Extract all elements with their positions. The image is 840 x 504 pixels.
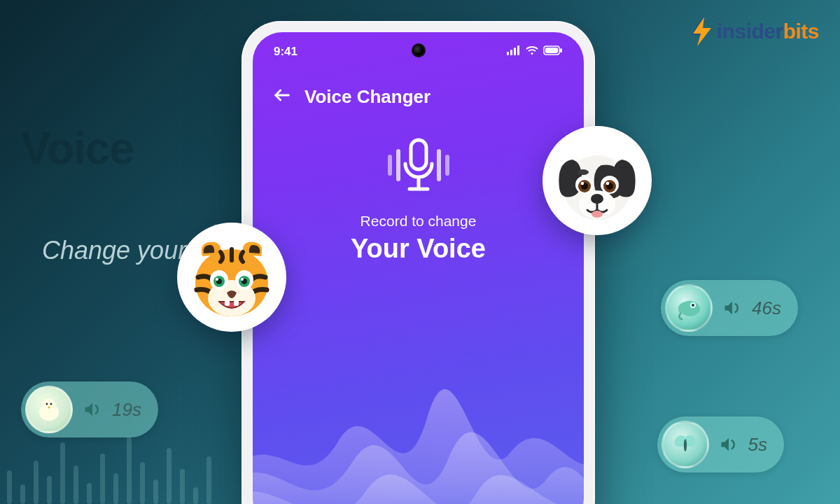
phone-screen: 9:41 Voice Changer [253, 32, 584, 504]
waveform-visual [253, 318, 584, 504]
bg-shadow-heading: Voice [21, 122, 134, 174]
duration-label: 46s [752, 298, 781, 319]
mic-subtext: Record to change [253, 213, 584, 230]
dog-avatar[interactable] [542, 126, 652, 235]
svg-rect-13 [545, 48, 558, 53]
svg-point-42 [606, 182, 610, 186]
back-button[interactable] [272, 85, 292, 108]
mic-title: Your Voice [253, 234, 584, 264]
voice-clip-bubble-1[interactable]: 19s [21, 382, 158, 438]
svg-point-43 [578, 169, 589, 175]
mic-record-zone[interactable]: Record to change Your Voice [253, 136, 584, 264]
bolt-icon [689, 15, 715, 48]
svg-point-3 [50, 403, 52, 405]
wifi-icon [525, 45, 539, 59]
svg-rect-9 [514, 48, 516, 55]
svg-point-2 [46, 403, 48, 405]
logo-text-2: bits [783, 20, 819, 43]
duration-label: 19s [112, 399, 141, 421]
app-bar: Voice Changer [253, 85, 584, 108]
chick-thumbnail [25, 386, 73, 433]
svg-rect-33 [234, 300, 239, 306]
battery-icon [543, 45, 563, 59]
speaker-icon [722, 298, 742, 318]
speaker-icon [83, 400, 102, 419]
svg-rect-10 [517, 46, 519, 55]
svg-rect-32 [225, 300, 230, 306]
butterfly-thumbnail [662, 421, 709, 468]
svg-point-46 [592, 211, 603, 218]
svg-point-5 [692, 304, 694, 307]
svg-point-31 [241, 278, 244, 281]
duration-label: 5s [748, 434, 767, 456]
brand-logo: insiderbits [689, 15, 819, 48]
status-bar: 9:41 [253, 45, 584, 59]
svg-point-6 [683, 439, 686, 451]
status-time: 9:41 [274, 45, 298, 59]
logo-text-1: insider [717, 20, 783, 43]
svg-rect-14 [560, 48, 562, 52]
speaker-icon [719, 435, 738, 454]
svg-rect-7 [507, 52, 509, 55]
svg-point-41 [581, 182, 584, 186]
svg-point-30 [216, 278, 218, 281]
voice-clip-bubble-2[interactable]: 46s [661, 280, 798, 336]
chameleon-thumbnail [665, 284, 713, 332]
signal-icon [507, 45, 521, 59]
tiger-avatar[interactable] [177, 223, 286, 332]
app-title: Voice Changer [304, 86, 430, 108]
microphone-icon [380, 136, 457, 195]
voice-clip-bubble-3[interactable]: 5s [657, 416, 784, 472]
phone-frame: 9:41 Voice Changer [241, 21, 595, 504]
svg-rect-8 [510, 50, 512, 55]
svg-point-1 [43, 398, 55, 411]
svg-point-11 [531, 52, 533, 55]
equalizer-bars [7, 437, 211, 504]
svg-rect-19 [411, 140, 426, 169]
bg-subline: Change your [42, 236, 186, 265]
